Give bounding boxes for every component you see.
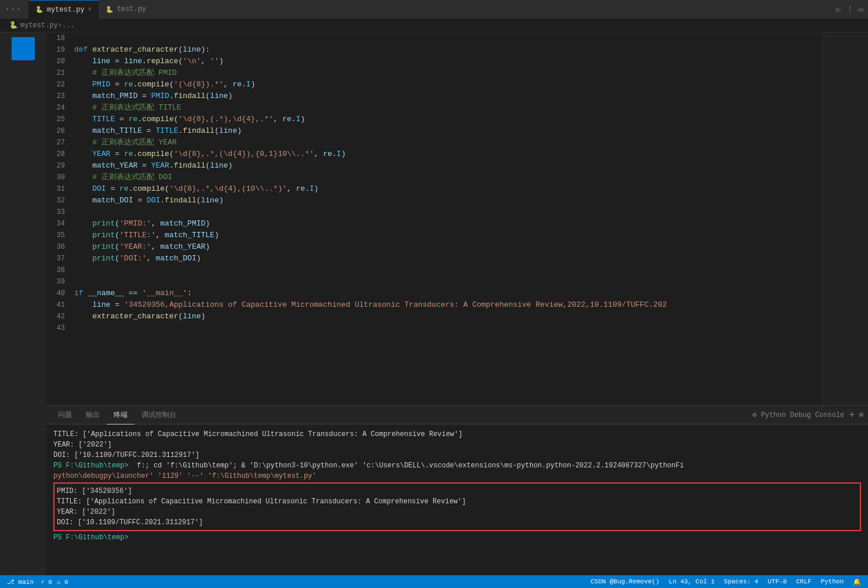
breadcrumb-file[interactable]: mytest.py <box>20 21 58 30</box>
editor-panel-container: 18 19 def extracter_character(line): 20 … <box>46 32 868 575</box>
breadcrumb-separator: › <box>58 21 62 30</box>
tab-close-mytest[interactable]: × <box>88 6 92 13</box>
status-spaces: Spaces: 4 <box>724 578 758 585</box>
code-line-19: 19 def extracter_character(line): <box>46 44 822 56</box>
file-icon: 🐍 <box>35 6 43 13</box>
status-branch: ⎇ main <box>7 578 34 586</box>
status-bell: 🔔 <box>853 578 861 586</box>
code-line-42: 42 extracter_character(line) <box>46 311 822 322</box>
code-line-29: 29 match_YEAR = YEAR.findall(line) <box>46 160 822 172</box>
panel: 问题 输出 终端 调试控制台 ⚙ Python Debug Console + … <box>46 405 868 575</box>
code-line-38: 38 <box>46 264 822 276</box>
minimap-code <box>822 32 868 405</box>
code-line-21: 21 # 正则表达式匹配 PMID <box>46 67 822 79</box>
status-encoding: UTF-8 <box>768 578 787 585</box>
code-line-40: 40 if __name__ == '__main__': <box>46 288 822 299</box>
code-line-18: 18 <box>46 32 822 44</box>
tab-debug-console[interactable]: 调试控制台 <box>135 406 183 424</box>
split-icon[interactable]: ⋮ <box>846 5 854 14</box>
tab-output[interactable]: 输出 <box>79 406 107 424</box>
code-line-22: 22 PMID = re.compile('(\d{8}).*', re.I) <box>46 79 822 90</box>
tab-test[interactable]: 🐍 test.py <box>99 0 153 19</box>
code-line-26: 26 match_TITLE = TITLE.findall(line) <box>46 125 822 137</box>
breadcrumb: 🐍 mytest.py › ... <box>0 19 868 32</box>
sidebar <box>0 32 46 575</box>
code-line-31: 31 DOI = re.compile('\d{8},.*,\d{4},(10\… <box>46 183 822 195</box>
add-terminal-button[interactable]: + <box>849 410 855 420</box>
breadcrumb-rest: ... <box>62 21 75 30</box>
terminal-line-title: TITLE: ['Applications of Capacitive Micr… <box>53 429 861 440</box>
main-area: 18 19 def extracter_character(line): 20 … <box>0 32 868 575</box>
terminal-content[interactable]: TITLE: ['Applications of Capacitive Micr… <box>46 424 868 575</box>
minimap <box>822 32 868 405</box>
code-line-23: 23 match_PMID = PMID.findall(line) <box>46 90 822 102</box>
status-csdn: CSDN @Bug.Remove() <box>591 578 660 585</box>
code-line-27: 27 # 正则表达式匹配 YEAR <box>46 137 822 148</box>
layout-icon[interactable]: ▭ <box>859 5 863 14</box>
terminal-highlighted-box: PMID: ['34520356'] TITLE: ['Applications… <box>53 482 861 531</box>
window-controls[interactable]: ··· <box>5 4 21 14</box>
code-line-32: 32 match_DOI = DOI.findall(line) <box>46 195 822 206</box>
editor[interactable]: 18 19 def extracter_character(line): 20 … <box>46 32 822 405</box>
terminal-pmid-result: PMID: ['34520356'] <box>55 486 860 496</box>
status-eol: CRLF <box>796 578 811 585</box>
title-bar: ··· 🐍 mytest.py × 🐍 test.py ▷ ⋮ ▭ <box>0 0 868 19</box>
terminal-line-path: python\debugpy\launcher' '1129' '--' 'f:… <box>53 471 861 481</box>
code-line-24: 24 # 正则表达式匹配 TITLE <box>46 102 822 114</box>
editor-row: 18 19 def extracter_character(line): 20 … <box>46 32 868 405</box>
terminal-doi-result: DOI: ['10.1109/TUFFC.2021.3112917'] <box>55 517 860 528</box>
panel-right: ⚙ Python Debug Console + ⊞ <box>753 410 863 420</box>
code-line-28: 28 YEAR = re.compile('\d{8},.*,(\d{4}),{… <box>46 148 822 160</box>
sidebar-active-bar <box>12 37 35 60</box>
status-warnings: ⚠ 0 <box>57 578 68 586</box>
tab-problems[interactable]: 问题 <box>51 406 79 424</box>
debug-console-label: ⚙ Python Debug Console <box>753 411 844 419</box>
status-position: Ln 43, Col 1 <box>669 578 714 585</box>
split-terminal-button[interactable]: ⊞ <box>859 411 863 419</box>
code-line-37: 37 print('DOI:', match_DOI) <box>46 253 822 264</box>
terminal-line-doi: DOI: ['10.1109/TUFFC.2021.3112917'] <box>53 450 861 460</box>
code-line-43: 43 <box>46 322 822 334</box>
breadcrumb-file-icon: 🐍 <box>9 21 18 30</box>
code-line-39: 39 <box>46 276 822 288</box>
tab-label-test: test.py <box>117 5 146 13</box>
tab-terminal[interactable]: 终端 <box>107 406 135 424</box>
code-line-33: 33 <box>46 206 822 218</box>
tab-mytest[interactable]: 🐍 mytest.py × <box>28 0 99 19</box>
code-line-35: 35 print('TITLE:', match_TITLE) <box>46 230 822 241</box>
terminal-line-year: YEAR: ['2022'] <box>53 440 861 450</box>
status-language: Python <box>820 578 844 585</box>
code-line-30: 30 # 正则表达式匹配 DOI <box>46 172 822 183</box>
code-line-25: 25 TITLE = re.compile('\d{8},(.*),\d{4},… <box>46 114 822 125</box>
code-line-34: 34 print('PMID:', match_PMID) <box>46 218 822 230</box>
code-line-41: 41 line = '34520356,Applications of Capa… <box>46 299 822 311</box>
status-bar: ⎇ main ⚡ 0 ⚠ 0 CSDN @Bug.Remove() Ln 43,… <box>0 575 868 588</box>
status-right: CSDN @Bug.Remove() Ln 43, Col 1 Spaces: … <box>591 578 862 586</box>
code-area[interactable]: 18 19 def extracter_character(line): 20 … <box>46 32 822 405</box>
terminal-year-result: YEAR: ['2022'] <box>55 507 860 517</box>
panel-tabs: 问题 输出 终端 调试控制台 ⚙ Python Debug Console + … <box>46 406 868 424</box>
terminal-prompt-final: PS F:\Github\temp> <box>53 532 861 543</box>
tab-label: mytest.py <box>47 6 85 14</box>
run-icon[interactable]: ▷ <box>836 5 841 14</box>
terminal-line-cmd: PS F:\Github\temp> f:; cd 'f:\Github\tem… <box>53 460 861 471</box>
code-line-20: 20 line = line.replace('\n', '') <box>46 56 822 67</box>
code-line-36: 36 print('YEAR:', match_YEAR) <box>46 241 822 253</box>
title-bar-actions: ▷ ⋮ ▭ <box>836 5 863 14</box>
terminal-title-result: TITLE: ['Applications of Capacitive Micr… <box>55 496 860 507</box>
file-icon-test: 🐍 <box>106 6 114 13</box>
status-errors: ⚡ 0 <box>41 578 52 586</box>
